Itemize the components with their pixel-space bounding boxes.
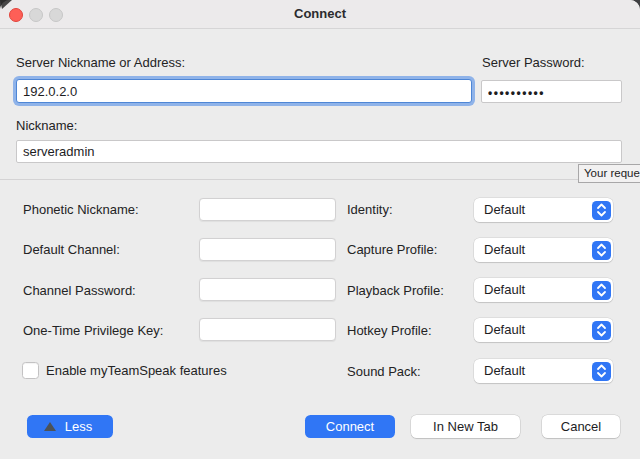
privilege-key-label: One-Time Privilege Key: bbox=[23, 323, 163, 338]
separator bbox=[0, 179, 640, 180]
identity-label: Identity: bbox=[347, 202, 393, 217]
sound-pack-label: Sound Pack: bbox=[347, 364, 421, 379]
in-new-tab-button[interactable]: In New Tab bbox=[411, 415, 520, 438]
collapse-arrow-icon bbox=[44, 422, 56, 431]
server-password-input[interactable] bbox=[481, 80, 622, 103]
stepper-icon bbox=[592, 241, 611, 260]
hotkey-profile-dropdown[interactable]: Default bbox=[474, 318, 613, 342]
phonetic-nickname-input[interactable] bbox=[199, 198, 336, 221]
connect-button-label: Connect bbox=[326, 419, 374, 434]
nickname-input[interactable] bbox=[16, 140, 622, 163]
sound-pack-value: Default bbox=[484, 363, 525, 378]
stepper-icon bbox=[592, 281, 611, 300]
stepper-icon bbox=[592, 362, 611, 381]
capture-profile-label: Capture Profile: bbox=[347, 242, 437, 257]
tooltip: Your reque bbox=[578, 164, 640, 183]
playback-profile-value: Default bbox=[484, 282, 525, 297]
cancel-button-label: Cancel bbox=[561, 419, 601, 434]
window-title: Connect bbox=[0, 6, 640, 21]
default-channel-label: Default Channel: bbox=[23, 242, 120, 257]
default-channel-input[interactable] bbox=[199, 238, 336, 261]
hotkey-profile-label: Hotkey Profile: bbox=[347, 323, 432, 338]
stepper-icon bbox=[592, 321, 611, 340]
sound-pack-dropdown[interactable]: Default bbox=[474, 359, 613, 383]
channel-password-input[interactable] bbox=[199, 278, 336, 301]
identity-value: Default bbox=[484, 202, 525, 217]
playback-profile-label: Playback Profile: bbox=[347, 283, 444, 298]
server-address-label: Server Nickname or Address: bbox=[16, 55, 185, 70]
server-password-label: Server Password: bbox=[482, 55, 585, 70]
identity-dropdown[interactable]: Default bbox=[474, 198, 613, 222]
less-button[interactable]: Less bbox=[27, 415, 113, 438]
stepper-icon bbox=[592, 201, 611, 220]
capture-profile-value: Default bbox=[484, 242, 525, 257]
less-button-label: Less bbox=[65, 419, 92, 434]
connect-button[interactable]: Connect bbox=[305, 415, 395, 438]
channel-password-label: Channel Password: bbox=[23, 283, 136, 298]
cursor-artifact bbox=[0, 0, 12, 10]
phonetic-nickname-label: Phonetic Nickname: bbox=[23, 202, 139, 217]
hotkey-profile-value: Default bbox=[484, 322, 525, 337]
myteamspeak-checkbox[interactable] bbox=[22, 362, 39, 379]
capture-profile-dropdown[interactable]: Default bbox=[474, 238, 613, 262]
playback-profile-dropdown[interactable]: Default bbox=[474, 278, 613, 302]
connect-dialog: Connect Server Nickname or Address: Serv… bbox=[0, 0, 640, 459]
server-address-input[interactable] bbox=[16, 79, 472, 103]
nickname-label: Nickname: bbox=[16, 118, 77, 133]
privilege-key-input[interactable] bbox=[199, 318, 336, 341]
title-bar: Connect bbox=[0, 0, 640, 29]
in-new-tab-button-label: In New Tab bbox=[433, 419, 498, 434]
myteamspeak-checkbox-label: Enable myTeamSpeak features bbox=[46, 363, 227, 378]
cancel-button[interactable]: Cancel bbox=[542, 415, 620, 438]
